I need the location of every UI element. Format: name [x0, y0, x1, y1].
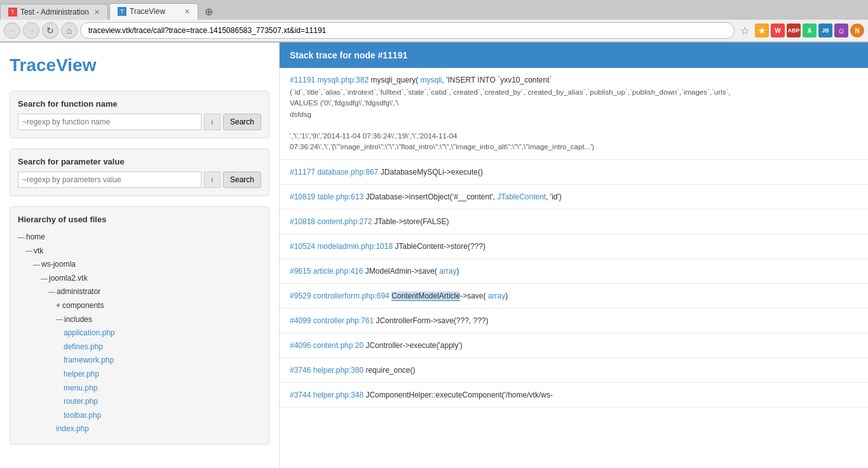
- ext-icon-2[interactable]: W: [771, 23, 785, 37]
- trace-link-8[interactable]: #4099 controller.php:761: [290, 316, 374, 325]
- tab-bar: T Test - Administration ✕ T TraceView ✕ …: [0, 0, 868, 20]
- trace-text-2: #11177 database.php:867 JDatabaseMySQLi-…: [290, 166, 858, 178]
- trace-arg-array-7[interactable]: array: [488, 291, 505, 300]
- reload-button[interactable]: ↻: [42, 22, 58, 39]
- tab-close-2[interactable]: ✕: [179, 8, 190, 16]
- home-button[interactable]: ⌂: [61, 22, 78, 39]
- trace-text-5: #10524 modeladmin.php:1018 JTableContent…: [290, 241, 858, 252]
- trace-multiline-1: (`id`,`title`,`alias`,`introtext`,`fullt…: [290, 87, 858, 153]
- ext-icon-4[interactable]: ☺: [834, 23, 848, 37]
- trace-link-5[interactable]: #10524 modeladmin.php:1018: [290, 242, 393, 251]
- tree-bullet: —: [41, 272, 47, 285]
- trace-link-9[interactable]: #4096 content.php:20: [290, 341, 363, 350]
- tab-close-1[interactable]: ✕: [89, 8, 100, 17]
- ext-icon-5[interactable]: N: [850, 23, 864, 37]
- tree-item-helper[interactable]: helper.php: [18, 368, 261, 382]
- tree-item-components: + components: [18, 299, 261, 313]
- ext-icon-3[interactable]: A: [803, 23, 817, 37]
- ext-icon-1[interactable]: ★: [755, 23, 769, 37]
- search-function-title: Search for function name: [18, 99, 261, 109]
- trace-text-10: #3746 helper.php:380 require_once(): [290, 364, 858, 376]
- tree-item-router[interactable]: router.php: [18, 395, 261, 409]
- trace-item-9: #4096 content.php:20 JController->execut…: [280, 333, 868, 358]
- trace-text-9: #4096 content.php:20 JController->execut…: [290, 340, 858, 351]
- tab-traceview[interactable]: T TraceView ✕: [109, 3, 198, 20]
- trace-link-3[interactable]: #10819 table.php:613: [290, 192, 363, 201]
- address-bar[interactable]: [80, 22, 735, 39]
- trace-text-7: #9529 controllerform.php:694 ContentMode…: [290, 290, 858, 302]
- tree-plus[interactable]: +: [56, 299, 60, 313]
- search-function-flag[interactable]: i: [204, 114, 220, 130]
- search-param-row: i Search: [18, 171, 261, 188]
- trace-arg-array-6[interactable]: array: [439, 267, 456, 276]
- ext-jb[interactable]: JB: [818, 23, 832, 37]
- page: TraceView Search for function name i Sea…: [0, 43, 868, 468]
- tree-item-toolbar[interactable]: toolbar.php: [18, 409, 261, 423]
- back-button[interactable]: ←: [4, 22, 20, 39]
- tab-test-administration[interactable]: T Test - Administration ✕: [0, 4, 108, 20]
- trace-text-1: #11191 mysqli.php:382 mysqli_query( mysq…: [290, 74, 858, 86]
- search-param-button[interactable]: Search: [223, 171, 261, 188]
- trace-item-4: #10818 content.php:272 JTable->store(FAL…: [280, 210, 868, 234]
- trace-text-6: #9615 article.php:416 JModelAdmin->save(…: [290, 265, 858, 277]
- main-content: Stack trace for node #11191 #11191 mysql…: [280, 43, 868, 468]
- hierarchy-title: Hierarchy of used files: [18, 215, 261, 224]
- tab-label-2: TraceView: [130, 7, 165, 16]
- tree-bullet: —: [33, 258, 39, 271]
- file-tree: — home — vtk — ws-joomla — joomla2.vtk —: [18, 231, 261, 436]
- search-param-title: Search for parameter value: [18, 157, 261, 166]
- trace-link-6[interactable]: #9615 article.php:416: [290, 267, 363, 276]
- search-function-row: i Search: [18, 114, 261, 130]
- search-param-flag[interactable]: i: [204, 171, 220, 188]
- trace-text-11: #3744 helper.php:348 JComponentHelper::e…: [290, 389, 858, 401]
- trace-item-2: #11177 database.php:867 JDatabaseMySQLi-…: [280, 160, 868, 185]
- tree-item-administrator: — administrator: [18, 285, 261, 299]
- trace-link-1[interactable]: #11191 mysqli.php:382: [290, 76, 369, 84]
- search-function-section: Search for function name i Search: [10, 91, 269, 138]
- search-param-input[interactable]: [18, 171, 201, 188]
- trace-arg-jtablecontent[interactable]: JTableContent: [497, 192, 546, 201]
- tree-item-framework[interactable]: framework.php: [18, 354, 261, 368]
- bookmark-star[interactable]: ☆: [737, 23, 752, 38]
- tab-favicon-2: T: [118, 7, 126, 16]
- forward-button[interactable]: →: [23, 22, 39, 39]
- page-title: TraceView: [10, 55, 269, 76]
- trace-text-3: #10819 table.php:613 JDatabase->insertOb…: [290, 191, 858, 203]
- extensions-bar: ★ W ABP A JB ☺ N: [755, 23, 864, 37]
- tab-favicon-1: T: [8, 8, 17, 17]
- tree-item-includes: — includes: [18, 313, 261, 327]
- stack-header: Stack trace for node #11191: [280, 43, 868, 68]
- nav-bar: ← → ↻ ⌂ ☆ ★ W ABP A JB ☺ N: [0, 20, 868, 42]
- trace-item-10: #3746 helper.php:380 require_once(): [280, 358, 868, 383]
- trace-item-6: #9615 article.php:416 JModelAdmin->save(…: [280, 259, 868, 284]
- trace-item-11: #3744 helper.php:348 JComponentHelper::e…: [280, 383, 868, 408]
- tree-bullet: —: [48, 286, 55, 298]
- ext-abp[interactable]: ABP: [787, 23, 801, 37]
- tree-bullet: —: [25, 244, 32, 257]
- tree-item-application[interactable]: application.php: [18, 326, 261, 340]
- tree-item-defines[interactable]: defines.php: [18, 340, 261, 354]
- hierarchy-section: Hierarchy of used files — home — vtk — w…: [10, 206, 269, 445]
- tree-item-menu[interactable]: menu.php: [18, 382, 261, 396]
- search-param-section: Search for parameter value i Search: [10, 149, 269, 196]
- trace-arg-mysqli[interactable]: mysqli: [420, 76, 442, 84]
- trace-highlighted-class: ContentModelArticle: [391, 291, 460, 301]
- trace-link-10[interactable]: #3746 helper.php:380: [290, 366, 363, 375]
- trace-item-1: #11191 mysqli.php:382 mysqli_query( mysq…: [280, 68, 868, 160]
- trace-link-11[interactable]: #3744 helper.php:348: [290, 391, 363, 399]
- new-tab-button[interactable]: ⊕: [200, 3, 217, 20]
- browser-chrome: T Test - Administration ✕ T TraceView ✕ …: [0, 0, 868, 43]
- tree-bullet: —: [56, 313, 62, 326]
- tree-item-vtk: — vtk: [18, 244, 261, 258]
- trace-link-7[interactable]: #9529 controllerform.php:694: [290, 291, 390, 300]
- trace-item-3: #10819 table.php:613 JDatabase->insertOb…: [280, 185, 868, 210]
- trace-item-8: #4099 controller.php:761 JControllerForm…: [280, 309, 868, 333]
- tree-item-index[interactable]: index.php: [18, 422, 261, 436]
- trace-text-8: #4099 controller.php:761 JControllerForm…: [290, 315, 858, 326]
- tree-item-joomla2: — joomla2.vtk: [18, 272, 261, 286]
- trace-link-2[interactable]: #11177 database.php:867: [290, 168, 378, 177]
- search-function-button[interactable]: Search: [223, 114, 261, 130]
- sidebar: TraceView Search for function name i Sea…: [0, 43, 280, 468]
- search-function-input[interactable]: [18, 114, 201, 130]
- trace-link-4[interactable]: #10818 content.php:272: [290, 217, 372, 226]
